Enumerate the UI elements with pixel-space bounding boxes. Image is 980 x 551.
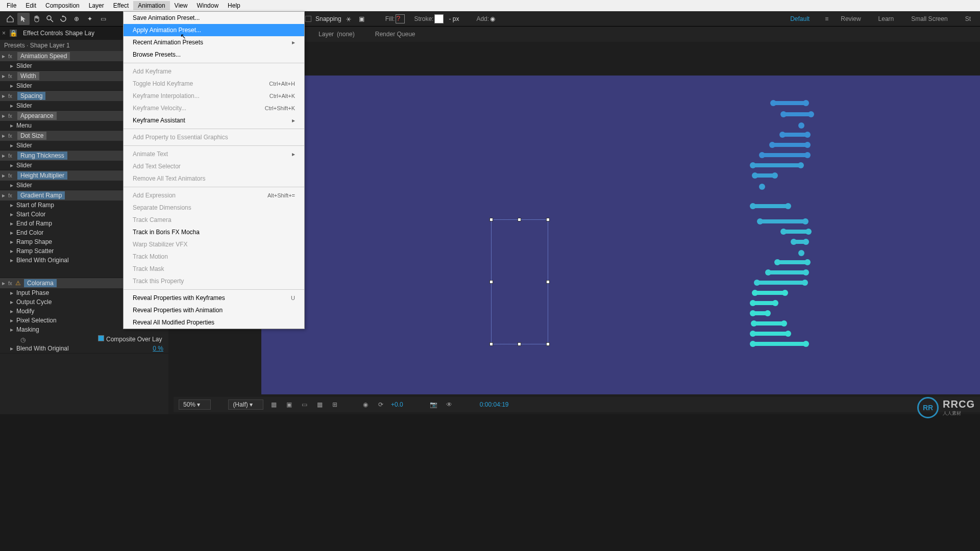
disclosure-icon[interactable]: ▸ <box>10 62 16 69</box>
menu-help[interactable]: Help <box>223 1 245 10</box>
layer-tab[interactable]: Layer (none) <box>318 31 355 38</box>
menu-layer[interactable]: Layer <box>84 1 109 10</box>
disclosure-icon[interactable]: ▸ <box>10 308 16 315</box>
zoom-select[interactable]: 50% ▾ <box>179 399 211 410</box>
snap-options-icon[interactable]: ⚹ <box>342 13 355 25</box>
shape-tool[interactable]: ▭ <box>97 13 109 25</box>
disclosure-icon[interactable]: ▸ <box>2 132 8 139</box>
menu-animation[interactable]: Animation <box>133 1 169 10</box>
stroke-swatch[interactable] <box>434 14 444 23</box>
disclosure-icon[interactable]: ▸ <box>10 257 16 264</box>
workspace-st[interactable]: St <box>960 14 976 23</box>
menu-window[interactable]: Window <box>192 1 223 10</box>
disclosure-icon[interactable]: ▸ <box>10 102 16 109</box>
disclosure-icon[interactable]: ▸ <box>10 317 16 324</box>
menu-item-track-in-boris-fx-mocha[interactable]: Track in Boris FX Mocha <box>124 226 304 238</box>
disclosure-icon[interactable]: ▸ <box>10 220 16 227</box>
menu-item-browse-presets-[interactable]: Browse Presets... <box>124 48 304 61</box>
composition-viewer[interactable] <box>261 76 980 394</box>
menu-item-save-animation-preset-[interactable]: Save Animation Preset... <box>124 12 304 24</box>
hand-tool[interactable] <box>31 13 43 25</box>
menu-effect[interactable]: Effect <box>109 1 133 10</box>
disclosure-icon[interactable]: ▸ <box>10 202 16 209</box>
timeline-panel[interactable] <box>0 414 980 551</box>
transparency-grid-icon[interactable]: ▦ <box>268 399 279 410</box>
disclosure-icon[interactable]: ▸ <box>2 192 8 199</box>
stopwatch-icon[interactable]: ◷ <box>20 336 27 342</box>
resolution-select[interactable]: (Half) ▾ <box>228 399 263 410</box>
fx-icon[interactable]: fx <box>8 54 15 59</box>
disclosure-icon[interactable]: ▸ <box>10 247 16 255</box>
home-tool[interactable] <box>4 13 16 25</box>
disclosure-icon[interactable]: ▸ <box>2 53 8 60</box>
disclosure-icon[interactable]: ▸ <box>2 280 8 287</box>
workspace-small-screen[interactable]: Small Screen <box>906 14 952 23</box>
workspace-default[interactable]: Default <box>785 14 815 23</box>
fx-icon[interactable]: fx <box>8 153 15 159</box>
pan-behind-tool[interactable]: ✦ <box>84 13 96 25</box>
channel-icon[interactable]: ⊞ <box>330 399 340 410</box>
fx-icon[interactable]: fx <box>8 73 15 79</box>
zoom-tool[interactable] <box>44 13 56 25</box>
disclosure-icon[interactable]: ▸ <box>2 92 8 99</box>
workspace-review[interactable]: Review <box>836 14 866 23</box>
exposure-value[interactable]: +0.0 <box>391 401 403 408</box>
disclosure-icon[interactable]: ▸ <box>10 238 16 245</box>
effect-controls-tab[interactable]: Effect Controls Shape Lay <box>19 28 99 39</box>
snapping-checkbox[interactable] <box>305 16 311 22</box>
menu-file[interactable]: File <box>2 1 21 10</box>
show-snapshot-icon[interactable]: 👁 <box>444 399 454 410</box>
camera-tool[interactable]: ⊕ <box>70 13 83 25</box>
render-queue-tab[interactable]: Render Queue <box>375 31 415 38</box>
menu-item-keyframe-assistant[interactable]: Keyframe Assistant▸ <box>124 114 304 127</box>
disclosure-icon[interactable]: ▸ <box>10 229 16 236</box>
disclosure-icon[interactable]: ▸ <box>10 162 16 169</box>
roi-icon[interactable]: ▭ <box>299 399 309 410</box>
add-button-icon[interactable]: ◉ <box>490 15 495 22</box>
color-mgmt-icon[interactable]: ◉ <box>360 399 371 410</box>
disclosure-icon[interactable]: ▸ <box>10 345 16 352</box>
disclosure-icon[interactable]: ▸ <box>10 182 16 189</box>
fill-swatch[interactable]: ? <box>396 14 405 23</box>
snapshot-icon[interactable]: 📷 <box>429 399 439 410</box>
timecode[interactable]: 0:00:04:19 <box>480 401 509 408</box>
disclosure-icon[interactable]: ▸ <box>10 142 16 149</box>
workspace-menu-icon[interactable]: ≡ <box>825 15 828 22</box>
fx-icon[interactable]: fx <box>8 173 15 179</box>
disclosure-icon[interactable]: ▸ <box>10 298 16 306</box>
prop-value[interactable]: 0 % <box>153 345 166 352</box>
disclosure-icon[interactable]: ▸ <box>10 82 16 89</box>
grid-icon[interactable]: ▦ <box>314 399 325 410</box>
fx-icon[interactable]: fx <box>8 133 15 139</box>
checkbox[interactable] <box>98 335 104 341</box>
disclosure-icon[interactable]: ▸ <box>10 326 16 333</box>
fx-icon[interactable]: fx <box>8 193 15 198</box>
disclosure-icon[interactable]: ▸ <box>2 112 8 119</box>
disclosure-icon[interactable]: ▸ <box>2 72 8 80</box>
lock-icon[interactable]: 🔒 <box>10 30 17 37</box>
close-tab-icon[interactable]: × <box>2 30 6 37</box>
disclosure-icon[interactable]: ▸ <box>10 289 16 296</box>
reset-exposure-icon[interactable]: ⟳ <box>376 399 386 410</box>
menu-item-recent-animation-presets[interactable]: Recent Animation Presets▸ <box>124 36 304 48</box>
menu-composition[interactable]: Composition <box>41 1 84 10</box>
fx-icon[interactable]: fx <box>8 113 15 119</box>
disclosure-icon[interactable]: ▸ <box>10 122 16 129</box>
fx-icon[interactable]: fx <box>8 281 15 286</box>
selection-tool[interactable] <box>17 13 30 25</box>
disclosure-icon[interactable]: ▸ <box>2 152 8 159</box>
menu-item-reveal-all-modified-properties[interactable]: Reveal All Modified Properties <box>124 316 304 329</box>
disclosure-icon[interactable]: ▸ <box>2 172 8 179</box>
menu-item-apply-animation-preset-[interactable]: Apply Animation Preset... <box>124 24 304 36</box>
menu-item-reveal-properties-with-animation[interactable]: Reveal Properties with Animation <box>124 304 304 316</box>
stroke-px[interactable]: - px <box>449 15 459 22</box>
rotate-tool[interactable] <box>57 13 69 25</box>
disclosure-icon[interactable]: ▸ <box>10 211 16 218</box>
mask-icon[interactable]: ▣ <box>284 399 294 410</box>
fx-icon[interactable]: fx <box>8 93 15 99</box>
boundary-icon[interactable]: ▣ <box>356 13 368 25</box>
selection-box[interactable] <box>491 219 548 344</box>
menu-item-reveal-properties-with-keyframes[interactable]: Reveal Properties with KeyframesU <box>124 292 304 304</box>
menu-view[interactable]: View <box>170 1 192 10</box>
menu-edit[interactable]: Edit <box>21 1 41 10</box>
